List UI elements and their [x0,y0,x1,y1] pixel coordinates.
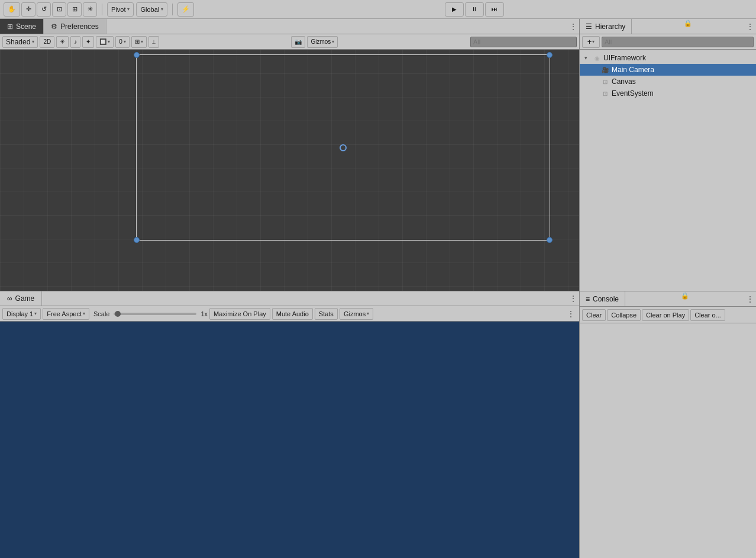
game-tab[interactable]: ∞ Game [0,291,42,306]
right-panel: ☰ Hierarchy 🔒 ⋮ + ▾ ▾ ◉ UIFramewor [580,19,756,558]
maximize-on-play-btn[interactable]: Maximize On Play [209,308,270,320]
hierarchy-toolbar: + ▾ [580,34,756,50]
clear-btn[interactable]: Clear [582,309,606,321]
play-controls: ▶ ⏸ ⏭ [445,2,504,17]
fx-btn[interactable]: ✦ [82,36,94,48]
custom-tool-btn[interactable]: ⚡ [177,2,194,17]
global-btn[interactable]: Global ▾ [136,2,167,17]
handle-bottom-right[interactable] [547,237,553,243]
game-panel-menu[interactable]: ⋮ [567,291,579,306]
lighting-btn[interactable]: ☀ [56,36,69,48]
mute-label: Mute Audio [276,310,309,317]
console-lock-icon[interactable]: 🔒 [681,291,689,300]
transform-tool-btn[interactable]: ✳ [83,2,97,17]
hierarchy-item-main-camera[interactable]: 🎥 Main Camera [580,64,756,76]
hierarchy-label: Hierarchy [595,22,625,31]
audio-btn[interactable]: ♪ [70,36,80,48]
eventsystem-label: EventSystem [612,89,654,98]
game-tab-bar: ∞ Game ⋮ [0,291,579,306]
2d-label: 2D [43,38,51,45]
game-toolbar: Display 1 ▾ Free Aspect ▾ Scale 1x Maxim… [0,306,579,322]
top-toolbar: ✋ ✛ ↺ ⊡ ⊞ ✳ Pivot ▾ Global ▾ ⚡ ▶ ⏸ ⏭ [0,0,756,19]
pause-icon: ⏸ [471,6,477,12]
scale-slider[interactable] [114,313,196,315]
console-panel-menu[interactable]: ⋮ [744,291,756,306]
scene-panel-menu[interactable]: ⋮ [567,19,579,34]
console-icon: ≡ [586,295,590,303]
step-icon: ⏭ [492,6,497,12]
console-content [580,323,756,558]
scene-tab-icon: ⊞ [7,22,13,31]
stats-btn[interactable]: Stats [315,308,338,320]
center-handle[interactable] [340,144,347,151]
aspect-dropdown[interactable]: Free Aspect ▾ [43,308,89,320]
camera-settings-btn[interactable]: 📷 [291,36,305,48]
scale-tool-btn[interactable]: ⊡ [52,2,66,17]
lock-icon[interactable]: 🔒 [684,19,692,27]
console-label: Console [593,295,619,303]
2d-btn[interactable]: 2D [40,36,54,48]
eventsystem-icon: ⊡ [601,89,609,98]
game-panel: ∞ Game ⋮ Display 1 ▾ Free Aspect ▾ Scale [0,291,579,558]
collapse-label: Collapse [611,312,637,319]
display-dropdown[interactable]: Display 1 ▾ [2,308,41,320]
shaded-dropdown-icon: ▾ [32,39,34,44]
mute-audio-btn[interactable]: Mute Audio [272,308,313,320]
step-button[interactable]: ⏭ [485,2,504,17]
scene-viewport[interactable] [0,50,579,291]
grid-btn[interactable]: ⊞ ▾ [131,36,147,48]
rect-tool-btn[interactable]: ⊞ [67,2,82,17]
hierarchy-search-input[interactable] [602,37,754,47]
preferences-tab[interactable]: ⚙ Preferences [44,19,106,34]
canvas-label: Canvas [612,77,636,86]
play-button[interactable]: ▶ [445,2,464,17]
handle-top-right[interactable] [547,52,553,58]
scene-search-input[interactable] [470,37,577,47]
scale-label: Scale [93,310,110,317]
scale-thumb [115,311,121,317]
occlusion-btn[interactable]: 🔲 ▾ [96,36,114,48]
move-tool-btn[interactable]: ✛ [21,2,35,17]
prefs-label: Preferences [60,22,99,31]
hierarchy-icon: ☰ [586,22,592,31]
gizmos-btn[interactable]: Gizmos ▾ [307,36,338,48]
prefs-icon: ⚙ [51,22,57,31]
collapse-btn[interactable]: Collapse [607,309,641,321]
hierarchy-tab[interactable]: ☰ Hierarchy [580,19,632,34]
stats-label: Stats [319,310,334,317]
pause-button[interactable]: ⏸ [465,2,484,17]
uiframework-icon: ◉ [593,54,601,62]
rotate-tool-btn[interactable]: ↺ [37,2,51,17]
console-tab[interactable]: ≡ Console [580,291,625,306]
console-tab-bar: ≡ Console 🔒 ⋮ [580,291,756,307]
game-tab-label: Game [15,294,35,303]
clear-label: Clear [586,312,602,319]
shaded-dropdown[interactable]: Shaded ▾ [2,36,38,48]
game-gizmos-btn[interactable]: Gizmos ▾ [340,308,373,320]
game-viewport[interactable] [0,322,579,558]
handle-top-left[interactable] [134,52,140,58]
hierarchy-panel-menu[interactable]: ⋮ [744,19,756,34]
global-dropdown-icon: ▾ [161,7,163,12]
pivot-btn[interactable]: Pivot ▾ [107,2,134,17]
add-hierarchy-btn[interactable]: + ▾ [582,36,600,48]
hierarchy-item-uiframework[interactable]: ▾ ◉ UIFramework [580,52,756,64]
hierarchy-panel: ☰ Hierarchy 🔒 ⋮ + ▾ ▾ ◉ UIFramewor [580,19,756,291]
game-toolbar-menu[interactable]: ⋮ [565,308,577,320]
handle-bottom-left[interactable] [134,237,140,243]
scene-tab[interactable]: ⊞ Scene [0,19,44,34]
pivot-label: Pivot [111,6,125,13]
clear-on-build-btn[interactable]: Clear o... [690,309,725,321]
maximize-label: Maximize On Play [214,310,266,317]
hierarchy-list: ▾ ◉ UIFramework 🎥 Main Camera ⊡ Canvas ⊡ [580,50,756,291]
layer-btn[interactable]: 0 ▾ [115,36,130,48]
snap-btn[interactable]: ⟂ [148,36,159,48]
hierarchy-item-eventsystem[interactable]: ⊡ EventSystem [580,87,756,99]
play-icon: ▶ [452,6,457,12]
scene-toolbar: Shaded ▾ 2D ☀ ♪ ✦ 🔲 ▾ 0 ▾ ⊞ [0,34,579,50]
gizmos-label: Gizmos [311,38,331,45]
hierarchy-item-canvas[interactable]: ⊡ Canvas [580,76,756,87]
clear-on-play-btn[interactable]: Clear on Play [642,309,689,321]
scale-value: 1x [201,310,208,317]
hand-tool-btn[interactable]: ✋ [4,2,20,17]
